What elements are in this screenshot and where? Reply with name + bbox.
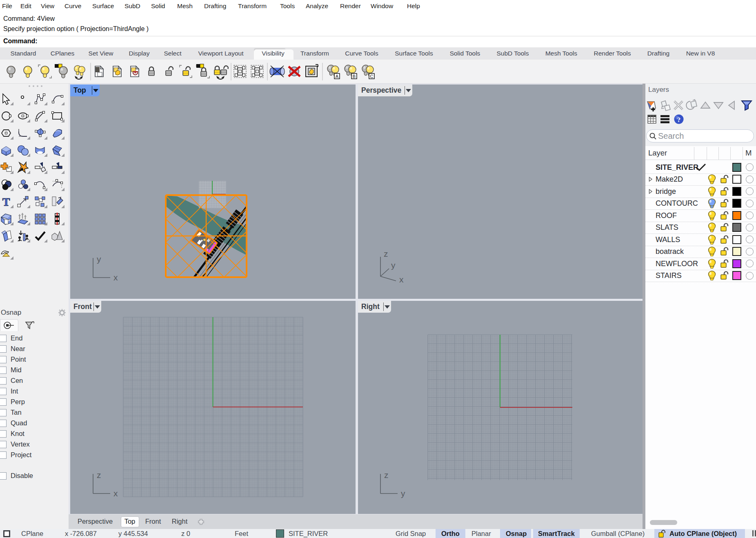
svg-text:?: ? bbox=[677, 116, 681, 124]
svg-text:x: x bbox=[113, 489, 118, 498]
svg-text:A: A bbox=[336, 74, 339, 79]
svg-text:z: z bbox=[384, 249, 388, 258]
svg-text:z: z bbox=[384, 470, 389, 480]
svg-text:z: z bbox=[97, 470, 101, 480]
svg-text:B: B bbox=[353, 74, 356, 79]
svg-text:y: y bbox=[391, 260, 396, 270]
svg-text:T: T bbox=[2, 196, 10, 208]
svg-text:y: y bbox=[401, 489, 405, 498]
svg-text:C: C bbox=[370, 74, 374, 79]
svg-text:x: x bbox=[399, 275, 404, 284]
